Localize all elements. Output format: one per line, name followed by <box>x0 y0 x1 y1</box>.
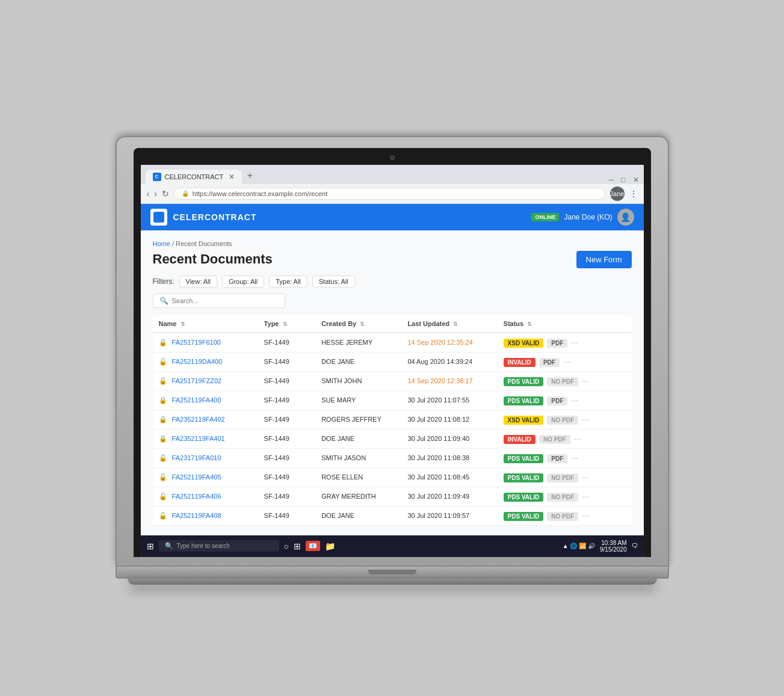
restore-button[interactable]: □ <box>621 176 625 184</box>
row-more-button[interactable]: ··· <box>574 434 581 443</box>
search-row: 🔍 <box>153 294 632 308</box>
taskbar-circle-icon[interactable]: ○ <box>284 541 289 551</box>
taskbar-grid-icon[interactable]: ⊞ <box>294 541 301 551</box>
cell-name: 🔓 FA252119FA405 <box>153 467 258 487</box>
cell-name: 🔒 FA2352119FA401 <box>153 429 258 448</box>
table-row[interactable]: 🔒 FA252119FA400 SF-1449 SUE MARY 30 Jul … <box>153 390 632 410</box>
chrome-user-icon[interactable]: Jane <box>610 186 625 201</box>
status-badge: PDS VALID <box>504 377 544 386</box>
unlock-icon: 🔓 <box>159 454 167 461</box>
status-badge: PDS VALID <box>504 493 544 502</box>
doc-name[interactable]: FA251719F6100 <box>172 339 221 346</box>
new-tab-button[interactable]: + <box>242 167 259 184</box>
browser-tab-bar: C CELERCONTRACT ✕ + ─ □ ✕ <box>141 165 644 184</box>
sort-type-icon[interactable]: ⇅ <box>283 321 288 327</box>
sort-created-icon[interactable]: ⇅ <box>360 321 365 327</box>
sort-updated-icon[interactable]: ⇅ <box>453 321 458 327</box>
row-more-button[interactable]: ··· <box>582 472 589 482</box>
close-button[interactable]: ✕ <box>633 176 639 184</box>
table-row[interactable]: 🔓 FA231719FA010 SF-1449 SMITH JASON 30 J… <box>153 448 632 467</box>
browser-tab[interactable]: C CELERCONTRACT ✕ <box>146 170 242 184</box>
row-more-button[interactable]: ··· <box>563 357 570 366</box>
new-form-button[interactable]: New Form <box>576 251 632 268</box>
cell-status: PDS VALID NO PDF ··· <box>498 506 632 525</box>
filter-type[interactable]: Type: All <box>269 276 307 288</box>
doc-name[interactable]: FA231719FA010 <box>172 454 221 461</box>
tab-favicon: C <box>153 173 161 181</box>
cell-type: SF-1449 <box>258 487 316 506</box>
filter-group[interactable]: Group: All <box>222 276 264 288</box>
row-more-button[interactable]: ··· <box>582 414 589 424</box>
col-header-created: Created By ⇅ <box>315 315 401 333</box>
filters-label: Filters: <box>153 277 174 286</box>
doc-name[interactable]: FA252119FA405 <box>172 473 221 481</box>
table-row[interactable]: 🔒 FA2352119FA401 SF-1449 DOE JANE 30 Jul… <box>153 429 632 448</box>
taskbar-folder-icon[interactable]: 📁 <box>325 541 335 551</box>
taskbar-mail-icon[interactable]: 📧 <box>306 541 320 551</box>
cell-updated: 30 Jul 2020 11:07:55 <box>401 390 497 410</box>
table-row[interactable]: 🔓 FA252119FA406 SF-1449 GRAY MEREDITH 30… <box>153 487 632 506</box>
doc-name[interactable]: FA252119FA408 <box>172 512 221 519</box>
unlock-icon: 🔓 <box>159 358 167 365</box>
address-bar[interactable]: 🔒 https://www.celercontract.example.com/… <box>174 188 605 200</box>
row-more-button[interactable]: ··· <box>582 511 589 520</box>
cell-type: SF-1449 <box>258 410 316 429</box>
cell-created: HESSE JEREMY <box>315 333 401 353</box>
cell-updated: 30 Jul 2020 11:08:38 <box>401 448 497 467</box>
row-more-button[interactable]: ··· <box>571 453 578 463</box>
taskbar-search-box[interactable]: 🔍 Type here to search <box>159 540 279 552</box>
user-name: Jane Doe (KO) <box>564 213 612 221</box>
filter-status[interactable]: Status: All <box>312 276 355 288</box>
cell-status: XSD VALID NO PDF ··· <box>498 410 632 429</box>
lock-icon: 🔒 <box>159 339 167 346</box>
user-avatar[interactable]: 👤 <box>617 209 634 226</box>
row-more-button[interactable]: ··· <box>582 491 589 501</box>
table-row[interactable]: 🔓 FA252119FA408 SF-1449 DOE JANE 30 Jul … <box>153 506 632 525</box>
start-button[interactable]: ⊞ <box>147 541 154 551</box>
doc-name[interactable]: FA2352119FA402 <box>172 416 225 423</box>
table-body: 🔒 FA251719F6100 SF-1449 HESSE JEREMY 14 … <box>153 333 632 526</box>
back-button[interactable]: ‹ <box>147 189 150 199</box>
browser-more-button[interactable]: ⋮ <box>629 189 638 199</box>
row-more-button[interactable]: ··· <box>582 376 589 386</box>
table-row[interactable]: 🔒 FA2352119FA402 SF-1449 ROGERS JEFFREY … <box>153 410 632 429</box>
cell-name: 🔒 FA251719F6100 <box>153 333 258 353</box>
sort-name-icon[interactable]: ⇅ <box>181 321 185 327</box>
lock-icon: 🔒 <box>182 190 189 197</box>
row-more-button[interactable]: ··· <box>571 395 578 405</box>
doc-name[interactable]: FA251719FZZ02 <box>172 377 222 384</box>
cell-created: SMITH JOHN <box>315 371 401 390</box>
pdf-badge: PDF <box>547 396 567 405</box>
camera <box>390 155 395 160</box>
doc-name[interactable]: FA252119FA400 <box>172 396 221 404</box>
table-row[interactable]: 🔓 FA252119DA400 SF-1449 DOE JANE 04 Aug … <box>153 352 632 371</box>
search-box[interactable]: 🔍 <box>153 294 285 308</box>
screen: C CELERCONTRACT ✕ + ─ □ ✕ ‹ › ↻ <box>141 165 644 557</box>
breadcrumb-home[interactable]: Home <box>153 240 170 247</box>
col-header-name: Name ⇅ <box>153 315 258 333</box>
doc-name[interactable]: FA2352119FA401 <box>172 435 225 442</box>
cell-updated: 04 Aug 2020 14:39:24 <box>401 352 497 371</box>
cell-status: XSD VALID PDF ··· <box>498 333 632 353</box>
status-badge: INVALID <box>504 358 536 367</box>
tab-close-button[interactable]: ✕ <box>229 173 235 181</box>
unlock-icon: 🔓 <box>159 377 167 384</box>
table-row[interactable]: 🔓 FA252119FA405 SF-1449 ROSE ELLEN 30 Ju… <box>153 467 632 487</box>
minimize-button[interactable]: ─ <box>609 176 614 184</box>
refresh-button[interactable]: ↻ <box>162 189 169 199</box>
doc-name[interactable]: FA252119DA400 <box>172 358 223 365</box>
row-more-button[interactable]: ··· <box>571 337 578 347</box>
filter-view[interactable]: View: All <box>179 276 217 288</box>
lock-icon: 🔒 <box>159 435 167 442</box>
page-title: Recent Documents <box>153 251 273 267</box>
cell-created: SMITH JASON <box>315 448 401 467</box>
cell-type: SF-1449 <box>258 333 316 353</box>
sort-status-icon[interactable]: ⇅ <box>527 321 532 327</box>
status-badge: INVALID <box>504 435 536 444</box>
forward-button[interactable]: › <box>154 189 157 199</box>
doc-name[interactable]: FA252119FA406 <box>172 493 221 500</box>
cell-status: INVALID PDF ··· <box>498 352 632 371</box>
search-input[interactable] <box>172 297 279 304</box>
table-row[interactable]: 🔓 FA251719FZZ02 SF-1449 SMITH JOHN 14 Se… <box>153 371 632 390</box>
table-row[interactable]: 🔒 FA251719F6100 SF-1449 HESSE JEREMY 14 … <box>153 333 632 353</box>
